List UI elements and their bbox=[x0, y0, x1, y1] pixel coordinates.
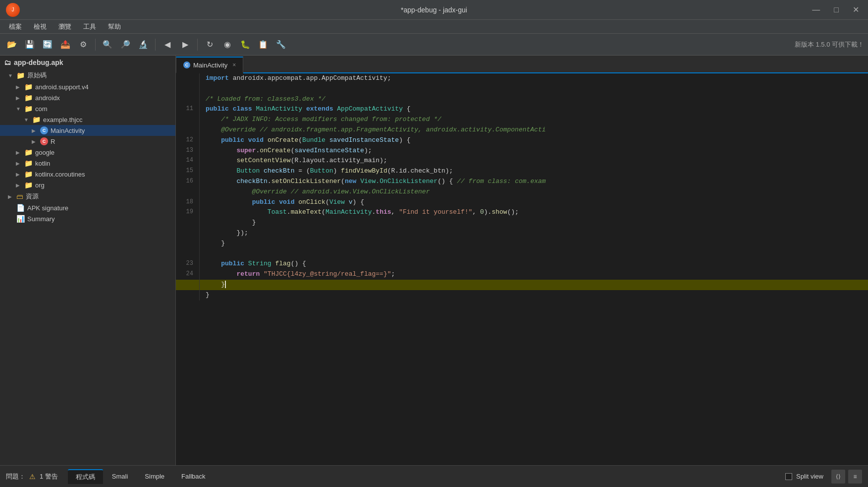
folder-icon: 📁 bbox=[16, 71, 25, 79]
sidebar-item-label: androidx bbox=[35, 94, 60, 102]
sidebar-item-source[interactable]: ▼ 📁 原始碼 bbox=[0, 69, 175, 81]
close-button[interactable]: ✕ bbox=[850, 4, 862, 15]
bottom-icon-2[interactable]: ≡ bbox=[848, 470, 862, 484]
menu-navigate[interactable]: 瀏覽 bbox=[54, 21, 76, 32]
code-line: 14 setContentView(R.layout.activity_main… bbox=[176, 156, 868, 166]
summary-icon: 📊 bbox=[16, 215, 25, 223]
line-content: Button checkBtn = (Button) findViewById(… bbox=[206, 166, 868, 177]
code-line: 24 return "THJCC{l4zy_@string/real_flag=… bbox=[176, 269, 868, 280]
reload-button[interactable]: 🔄 bbox=[40, 37, 55, 53]
bottom-icon-1[interactable]: ⟨⟩ bbox=[831, 470, 845, 484]
menu-help[interactable]: 幫助 bbox=[103, 21, 126, 32]
settings-button[interactable]: 🔧 bbox=[273, 37, 289, 53]
sidebar-item-androidx[interactable]: ▶ 📁 androidx bbox=[0, 92, 175, 103]
code-editor[interactable]: import androidx.appcompat.app.AppCompatA… bbox=[176, 73, 868, 465]
line-number bbox=[176, 249, 200, 259]
code-line: @Override // android.view.View.OnClickLi… bbox=[176, 187, 868, 197]
maximize-button[interactable]: □ bbox=[831, 4, 842, 15]
log-button[interactable]: 📋 bbox=[255, 37, 271, 53]
line-number: 23 bbox=[176, 259, 200, 269]
chevron-right-icon: ▶ bbox=[16, 150, 22, 155]
line-content: @Override // android.view.View.OnClickLi… bbox=[206, 187, 868, 197]
sidebar-item-label: 資源 bbox=[26, 192, 39, 201]
line-content: checkBtn.setOnClickListener(new View.OnC… bbox=[206, 177, 868, 187]
sidebar-item-com[interactable]: ▼ 📁 com bbox=[0, 103, 175, 114]
toolbar: 📂 💾 🔄 📤 ⚙ 🔍 🔎 🔬 ◀ ▶ ↻ ◉ 🐛 📋 🔧 新版本 1.5.0 … bbox=[0, 34, 868, 56]
chevron-down-icon: ▼ bbox=[24, 117, 30, 122]
code-line: /* JADX INFO: Access modifiers changed f… bbox=[176, 115, 868, 125]
line-content: } bbox=[206, 218, 868, 228]
sidebar-item-mainactivity[interactable]: ▶ C MainActivity bbox=[0, 125, 175, 136]
decompile-button[interactable]: ⚙ bbox=[75, 37, 91, 53]
split-view-checkbox[interactable] bbox=[785, 473, 792, 480]
line-number: 13 bbox=[176, 146, 200, 156]
sidebar-item-summary[interactable]: ▶ 📊 Summary bbox=[0, 213, 175, 224]
find-button[interactable]: 🔎 bbox=[117, 37, 133, 53]
separator-2 bbox=[155, 39, 156, 51]
separator-1 bbox=[95, 39, 96, 51]
sidebar-item-label: org bbox=[35, 182, 45, 189]
open-button[interactable]: 📂 bbox=[4, 37, 20, 53]
menu-file[interactable]: 檔案 bbox=[4, 21, 27, 32]
problems-label: 問題： bbox=[6, 472, 25, 481]
line-content: return "THJCC{l4zy_@string/real_flag==}"… bbox=[206, 269, 868, 280]
line-content: } bbox=[206, 280, 868, 290]
line-number: 15 bbox=[176, 166, 200, 177]
resource-icon: 🗃 bbox=[16, 192, 23, 200]
folder-icon: 🗂 bbox=[4, 59, 11, 66]
tab-code[interactable]: 程式碼 bbox=[68, 469, 103, 484]
folder-icon: 📁 bbox=[24, 181, 33, 189]
window-controls: — □ ✕ bbox=[809, 4, 862, 15]
code-line bbox=[176, 84, 868, 94]
sidebar-root: 🗂 app-debug.apk bbox=[0, 56, 175, 69]
save-button[interactable]: 💾 bbox=[22, 37, 38, 53]
sidebar-item-android-support[interactable]: ▶ 📁 android.support.v4 bbox=[0, 81, 175, 92]
line-number: 24 bbox=[176, 269, 200, 280]
find-class-button[interactable]: 🔬 bbox=[135, 37, 151, 53]
code-line: 18 public void onClick(View v) { bbox=[176, 197, 868, 208]
sidebar-item-apk-signature[interactable]: ▶ 📄 APK signature bbox=[0, 202, 175, 213]
line-number: 18 bbox=[176, 197, 200, 208]
tab-mainactivity[interactable]: C MainActivity × bbox=[176, 57, 243, 73]
code-line bbox=[176, 249, 868, 259]
chevron-right-icon: ▶ bbox=[8, 194, 14, 199]
debug-button[interactable]: 🐛 bbox=[237, 37, 253, 53]
code-line: } bbox=[176, 218, 868, 228]
menu-view[interactable]: 檢視 bbox=[29, 21, 52, 32]
line-content: @Override // androidx.fragment.app.Fragm… bbox=[206, 125, 868, 135]
code-area: C MainActivity × import androidx.appcomp… bbox=[176, 56, 868, 465]
sidebar-item-resources[interactable]: ▶ 🗃 資源 bbox=[0, 190, 175, 202]
back-button[interactable]: ◀ bbox=[160, 37, 175, 53]
warning-count: 1 警告 bbox=[40, 472, 58, 481]
sidebar-item-org[interactable]: ▶ 📁 org bbox=[0, 180, 175, 190]
line-content bbox=[206, 84, 868, 94]
tab-bar: C MainActivity × bbox=[176, 56, 868, 73]
sidebar-item-google[interactable]: ▶ 📁 google bbox=[0, 147, 175, 158]
line-content bbox=[206, 249, 868, 259]
sidebar-item-kotlin[interactable]: ▶ 📁 kotlin bbox=[0, 158, 175, 169]
export-button[interactable]: 📤 bbox=[57, 37, 73, 53]
sidebar-item-label: example.thjcc bbox=[43, 116, 82, 123]
minimize-button[interactable]: — bbox=[809, 4, 823, 15]
tab-fallback[interactable]: Fallback bbox=[173, 470, 213, 483]
highlight-button[interactable]: ◉ bbox=[219, 37, 235, 53]
sidebar-item-label: APK signature bbox=[27, 204, 68, 212]
code-line: 11 public class MainActivity extends App… bbox=[176, 104, 868, 115]
sidebar-item-r[interactable]: ▶ C R bbox=[0, 136, 175, 147]
problems-section: 問題： ⚠ 1 警告 bbox=[6, 472, 58, 481]
chevron-right-icon: ▶ bbox=[16, 183, 22, 188]
refresh-button[interactable]: ↻ bbox=[202, 37, 217, 53]
folder-icon: 📁 bbox=[24, 159, 33, 167]
search-button[interactable]: 🔍 bbox=[100, 37, 115, 53]
line-content: } bbox=[206, 290, 868, 301]
line-number: 11 bbox=[176, 104, 200, 115]
forward-button[interactable]: ▶ bbox=[177, 37, 193, 53]
tab-smali[interactable]: Smali bbox=[104, 470, 136, 483]
menu-tools[interactable]: 工具 bbox=[78, 21, 101, 32]
sidebar-item-example[interactable]: ▼ 📁 example.thjcc bbox=[0, 114, 175, 125]
tab-close-button[interactable]: × bbox=[232, 61, 236, 68]
tab-simple[interactable]: Simple bbox=[137, 470, 172, 483]
chevron-down-icon: ▼ bbox=[8, 73, 14, 78]
tab-label: MainActivity bbox=[193, 61, 227, 69]
sidebar-item-kotlinx[interactable]: ▶ 📁 kotlinx.coroutines bbox=[0, 169, 175, 180]
